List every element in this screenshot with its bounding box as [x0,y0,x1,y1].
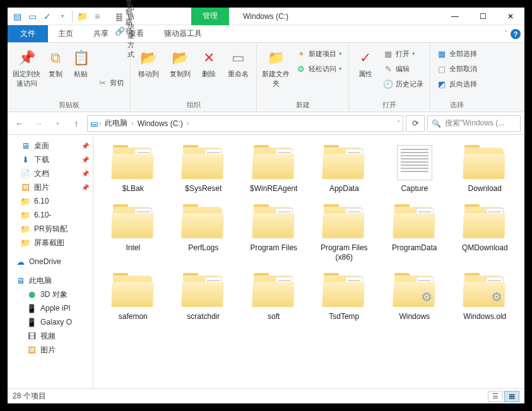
nav-3d[interactable]: ⬢3D 对象 [8,287,93,301]
open-group-label: 打开 [353,100,426,110]
nav-screenshot[interactable]: 📁屏幕截图 [8,236,93,250]
folder-item[interactable]: $WinREAgent [240,145,307,193]
nav-pr[interactable]: 📁PR剪辑配 [8,222,93,236]
nav-documents[interactable]: 📄文档📌 [8,166,93,180]
qat-item-2[interactable]: ✓ [40,9,54,23]
address-dropdown-icon[interactable]: ˅ [397,120,400,127]
nav-recent-dropdown[interactable]: ▾ [49,115,66,132]
minimize-button[interactable]: — [441,8,469,25]
gear-icon: ⚙ [491,289,502,304]
folder-item[interactable]: QMDownload [452,204,519,262]
contextual-tab-manage[interactable]: 管理 [191,8,229,25]
history-button[interactable]: 🕘 历史记录 [381,77,426,91]
folder-item[interactable]: Program Files (x86) [311,204,378,262]
folder-item[interactable]: ⚙Windows [381,273,448,321]
nav-pictures[interactable]: 🖼图片📌 [8,180,93,194]
folder-item[interactable]: PerfLogs [170,204,237,262]
cut-button[interactable]: ✂ 剪切 [95,76,126,90]
pin-quickaccess-button[interactable]: 📌 固定到快速访问 [11,45,42,100]
moveto-button[interactable]: 📂 移动到 [134,45,163,100]
nav-back-button[interactable]: ← [11,115,28,132]
newitem-button[interactable]: ✦ 新建项目 ▾ [293,47,345,61]
properties-button[interactable]: ✓ 属性 [353,45,378,100]
paste-button[interactable]: 📋 粘贴 [69,45,92,100]
pasteshortcut-button[interactable]: 🔗 粘贴快捷方式 [112,24,137,38]
folder-item[interactable]: AppData [311,145,378,193]
easyaccess-button[interactable]: ⚙ 轻松访问 ▾ [293,62,345,76]
nav-desktop[interactable]: 🖥桌面📌 [8,139,93,153]
properties-label: 属性 [358,69,372,79]
folder-item[interactable]: $LBak [100,145,167,193]
nav-onedrive[interactable]: ☁OneDrive [8,255,93,269]
crumb-thispc[interactable]: 此电脑 [102,118,130,129]
nav-videos[interactable]: 🎞视频 [8,329,93,343]
tab-home[interactable]: 主页 [48,25,83,42]
ribbon: 📌 固定到快速访问 ⧉ 复制 📋 粘贴 ✂ 剪切 [8,43,524,112]
open-button[interactable]: ▦ 打开 ▾ [381,47,426,61]
folder-item[interactable]: soft [240,273,307,321]
search-placeholder: 搜索"Windows (... [445,118,504,129]
crumb-drive[interactable]: Windows (C:) [135,119,186,128]
newfolder-button[interactable]: 📁 新建文件夹 [261,45,291,100]
invert-icon: ◩ [437,79,447,89]
refresh-button[interactable]: ⟳ [406,115,425,132]
copyto-button[interactable]: 📂 复制到 [166,45,195,100]
qat-dropdown[interactable]: ▾ [56,9,69,23]
view-details-button[interactable]: ☰ [488,391,503,402]
nav-up-button[interactable]: ↑ [68,115,85,132]
app-icon[interactable]: ▤ [10,9,24,23]
copy-button[interactable]: ⧉ 复制 [44,45,67,100]
folder-item[interactable]: scratchdir [170,273,237,321]
maximize-button[interactable]: ☐ [469,8,497,25]
folder-item[interactable]: ⚙Windows.old [452,273,519,321]
folder-icon [251,145,297,180]
delete-button[interactable]: ✕ 删除 [197,45,221,100]
nav-apple[interactable]: 📱Apple iPl [8,301,93,315]
qat-item-1[interactable]: ▭ [25,9,39,23]
pasteshortcut-label: 粘贴快捷方式 [127,3,134,59]
folder-item[interactable]: Intel [100,204,167,262]
nav-downloads[interactable]: ⬇下载📌 [8,153,93,166]
view-icons-button[interactable]: ▦ [504,391,519,402]
address-bar[interactable]: 🖴 › 此电脑 › Windows (C:) › ˅ [87,115,403,132]
scissors-icon: ✂ [97,78,107,88]
folder-item[interactable]: safemon [100,273,167,321]
folder-item[interactable]: $SysReset [170,145,237,193]
crumb-sep-0[interactable]: › [99,120,101,127]
folder-item[interactable]: Download [452,145,519,193]
tab-drive-tools[interactable]: 驱动器工具 [154,25,212,42]
selectall-button[interactable]: ▦ 全部选择 [434,47,480,61]
pin-icon: 📌 [81,156,89,163]
folder-item[interactable]: Program Files [240,204,307,262]
folder-item[interactable]: Capture [381,145,448,193]
search-box[interactable]: 🔍 搜索"Windows (... [427,115,521,132]
nav-thispc[interactable]: 🖥此电脑 [8,274,93,287]
nav-610b[interactable]: 📁6.10- [8,208,93,222]
nav-610[interactable]: 📁6.10 [8,194,93,208]
help-icon[interactable]: ? [511,29,521,39]
selectnone-button[interactable]: ▢ 全部取消 [434,62,480,76]
qat-overflow[interactable]: ≡ [90,9,104,23]
nav-pictures2[interactable]: 🖼图片 [8,343,93,357]
items-view[interactable]: $LBak$SysReset$WinREAgentAppDataCaptureD… [93,135,524,388]
invert-button[interactable]: ◩ 反向选择 [434,77,480,91]
qat-folder-icon[interactable]: 📁 [75,9,89,23]
rename-button[interactable]: ▭ 重命名 [223,45,252,100]
folder-item[interactable]: ProgramData [381,204,448,262]
item-label: Program Files (x86) [312,243,375,262]
copyto-icon: 📂 [170,48,190,68]
nav-galaxy[interactable]: 📱Galaxy O [8,315,93,329]
drive-icon: 🖴 [90,119,98,128]
moveto-label: 移动到 [138,69,159,79]
tab-file[interactable]: 文件 [8,25,48,42]
nav-forward-button[interactable]: → [30,115,47,132]
edit-button[interactable]: ✎ 编辑 [381,62,426,76]
folder-item[interactable]: TsdTemp [311,273,378,321]
crumb-sep-2[interactable]: › [187,120,189,127]
new-group-label: 新建 [261,100,345,110]
close-button[interactable]: ✕ [497,8,524,25]
navigation-pane[interactable]: 🖥桌面📌 ⬇下载📌 📄文档📌 🖼图片📌 📁6.10 📁6.10- 📁PR剪辑配 … [8,135,93,388]
item-label: $SysReset [185,184,222,193]
collapse-ribbon-icon[interactable]: ˇ [505,30,507,37]
crumb-sep-1[interactable]: › [131,120,133,127]
